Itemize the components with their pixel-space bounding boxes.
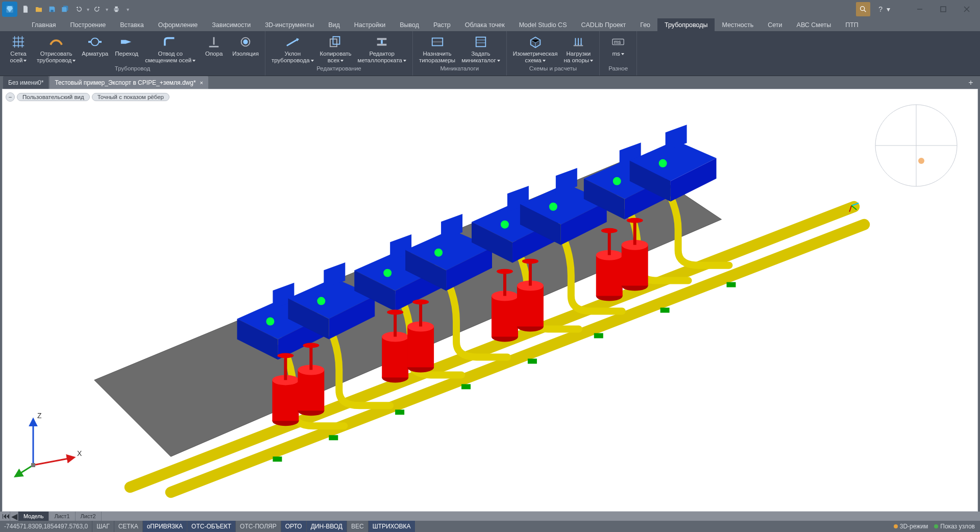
svg-rect-77 <box>419 301 422 327</box>
panel-title: Трубопровод <box>0 65 265 76</box>
set-minicatalog-button[interactable]: Задать миникаталог <box>458 33 503 65</box>
menu-tab-5[interactable]: 3D-инструменты <box>258 18 321 31</box>
layout-prev-icon[interactable]: ◀ <box>10 512 18 521</box>
menu-tab-13[interactable]: Гео <box>633 18 657 31</box>
support-loads-label: Нагрузки на опоры <box>564 51 594 63</box>
status-toggle-ШТРИХОВКА[interactable]: ШТРИХОВКА <box>368 521 415 532</box>
set-minicatalog-label: Задать миникаталог <box>461 51 500 63</box>
undo-icon[interactable] <box>74 4 84 14</box>
layout-tab-2[interactable]: Лист2 <box>76 512 102 521</box>
doc-tab-1[interactable]: Тестовый пример_Экспорт в CPIPE_+земля.d… <box>50 76 208 89</box>
new-doc-tab[interactable]: + <box>965 76 977 89</box>
svg-point-43 <box>501 221 509 229</box>
svg-point-11 <box>243 39 248 44</box>
maximize-button[interactable] <box>936 2 950 16</box>
viewcube[interactable] <box>870 100 962 191</box>
redo-icon[interactable] <box>92 4 103 14</box>
svg-line-109 <box>15 465 33 476</box>
layout-tab-1[interactable]: Лист1 <box>49 512 75 521</box>
menu-tab-3[interactable]: Оформление <box>151 18 205 31</box>
status-toggle-оПРИВЯЗКА[interactable]: оПРИВЯЗКА <box>142 521 187 532</box>
axis-gizmo[interactable]: Z X <box>13 409 84 480</box>
status-toggle-ОТС-ПОЛЯР[interactable]: ОТС-ПОЛЯР <box>235 521 281 532</box>
menu-tab-1[interactable]: Построение <box>63 18 113 31</box>
transition-button[interactable]: Переход <box>111 33 142 65</box>
svg-rect-1 <box>51 10 53 12</box>
pipe-slope-button[interactable]: Уклон трубопровода <box>268 33 317 65</box>
svg-rect-106 <box>726 282 736 287</box>
transition-label: Переход <box>115 51 138 57</box>
fittings-button[interactable]: Арматура <box>79 33 111 65</box>
menu-tab-12[interactable]: CADLib Проект <box>574 18 633 31</box>
metal-editor-button[interactable]: Редактор металлопроката <box>355 33 409 65</box>
svg-rect-3 <box>115 7 117 8</box>
new-file-icon[interactable] <box>20 4 31 14</box>
svg-rect-105 <box>660 308 670 313</box>
copy-all-button[interactable]: Копировать всех <box>317 33 355 65</box>
app-menu-icon[interactable] <box>2 2 17 17</box>
bend-offset-button[interactable]: Отвод со смещением осей <box>142 33 199 65</box>
document-tabs: Без имени0*Тестовый пример_Экспорт в CPI… <box>0 76 980 89</box>
open-file-icon[interactable] <box>34 4 44 14</box>
svg-rect-8 <box>88 41 91 43</box>
insulation-button[interactable]: Изоляция <box>229 33 262 65</box>
print-icon[interactable] <box>111 4 121 14</box>
svg-rect-92 <box>608 230 611 255</box>
menu-tab-6[interactable]: Вид <box>321 18 347 31</box>
menu-tab-8[interactable]: Вывод <box>393 18 426 31</box>
assign-sizes-button[interactable]: Назначить типоразмеры <box>416 33 458 65</box>
menu-tab-7[interactable]: Настройки <box>347 18 393 31</box>
status-toggle-ОТС-ОБЪЕКТ[interactable]: ОТС-ОБЪЕКТ <box>187 521 235 532</box>
menu-tab-9[interactable]: Растр <box>426 18 458 31</box>
layout-tab-0[interactable]: Модель <box>18 512 49 521</box>
close-icon[interactable]: × <box>200 80 203 86</box>
viewport-3d[interactable]: − Пользовательский вид Точный с показом … <box>2 89 978 512</box>
status-toggle-ДИН-ВВОД[interactable]: ДИН-ВВОД <box>306 521 347 532</box>
menu-tab-2[interactable]: Вставка <box>113 18 151 31</box>
menu-tab-10[interactable]: Облака точек <box>458 18 512 31</box>
help-icon[interactable]: ? <box>878 5 883 13</box>
minimize-button[interactable] <box>913 2 927 16</box>
status-toggle-СЕТКА[interactable]: СЕТКА <box>114 521 142 532</box>
search-icon[interactable] <box>856 2 870 16</box>
svg-rect-101 <box>395 409 404 415</box>
ms-misc-icon: ms <box>609 34 627 50</box>
svg-text:ms: ms <box>614 39 621 45</box>
doc-tab-0[interactable]: Без имени0* <box>3 76 48 89</box>
support-loads-button[interactable]: Нагрузки на опоры <box>561 33 597 65</box>
grid-axis-button[interactable]: Сетка осей <box>3 33 34 65</box>
support-button[interactable]: Опора <box>199 33 229 65</box>
menu-tab-18[interactable]: ПТП <box>838 18 866 31</box>
panel-title: Разное <box>600 65 636 76</box>
svg-rect-4 <box>115 10 117 12</box>
menu-tab-11[interactable]: Model Studio CS <box>512 18 574 31</box>
close-button[interactable] <box>960 2 974 16</box>
copy-all-label: Копировать всех <box>320 51 352 63</box>
status-toggle-ВЕС[interactable]: ВЕС <box>347 521 368 532</box>
svg-rect-62 <box>284 354 287 380</box>
draw-pipeline-icon <box>47 34 65 50</box>
status-toggle-ОРТО[interactable]: ОРТО <box>281 521 306 532</box>
panel-title: Схемы и расчеты <box>507 65 599 76</box>
fittings-label: Арматура <box>82 51 108 57</box>
support-loads-icon <box>570 34 587 50</box>
ms-misc-button[interactable]: msms <box>603 33 633 65</box>
iso-scheme-button[interactable]: Изометрическая схема <box>510 33 561 65</box>
menu-tab-16[interactable]: Сети <box>761 18 789 31</box>
save-all-icon[interactable] <box>60 4 70 14</box>
menu-tab-17[interactable]: АВС Сметы <box>790 18 839 31</box>
menu-tab-15[interactable]: Местность <box>715 18 761 31</box>
layout-first-icon[interactable]: ⏮ <box>2 512 10 521</box>
menu-tab-4[interactable]: Зависимости <box>205 18 258 31</box>
svg-point-98 <box>627 218 643 223</box>
svg-rect-65 <box>298 370 324 410</box>
menu-tab-14[interactable]: Трубопроводы <box>657 18 715 31</box>
help-dropdown[interactable]: ▾ <box>887 5 890 13</box>
svg-rect-99 <box>273 456 282 462</box>
svg-point-33 <box>383 269 391 277</box>
draw-pipeline-button[interactable]: Отрисовать трубопровод <box>34 33 79 65</box>
svg-point-88 <box>522 259 538 264</box>
save-icon[interactable] <box>47 4 57 14</box>
status-toggle-ШАГ[interactable]: ШАГ <box>92 521 114 532</box>
menu-tab-0[interactable]: Главная <box>24 18 63 31</box>
